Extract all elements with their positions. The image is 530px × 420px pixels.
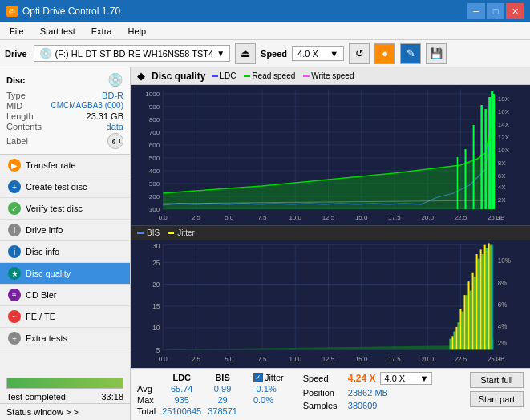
read-dot xyxy=(244,75,250,77)
eject-button[interactable]: ⏏ xyxy=(235,43,256,64)
svg-text:10%: 10% xyxy=(498,256,511,265)
top-chart-svg: 100 200 300 400 500 600 700 800 900 1000… xyxy=(131,85,530,225)
start-part-button[interactable]: Start part xyxy=(470,391,524,407)
app-icon: ◎ xyxy=(6,6,18,17)
titlebar-left: ◎ Opti Drive Control 1.70 xyxy=(6,6,120,17)
samples-val: 380609 xyxy=(348,401,404,410)
write-button[interactable]: ✎ xyxy=(400,43,421,64)
svg-rect-108 xyxy=(461,312,463,350)
svg-text:8X: 8X xyxy=(498,160,506,167)
svg-rect-112 xyxy=(478,259,480,350)
label-icon[interactable]: 🏷 xyxy=(107,133,123,149)
svg-text:0.0: 0.0 xyxy=(159,214,168,221)
status-window-button[interactable]: Status window > > xyxy=(0,403,130,420)
samples-row: Samples 380609 xyxy=(303,401,457,410)
chart-header: ◆ Disc quality LDC Read speed Write spee… xyxy=(131,67,530,85)
svg-text:200: 200 xyxy=(149,193,160,200)
refresh-button[interactable]: ↺ xyxy=(349,43,370,64)
svg-text:700: 700 xyxy=(149,129,160,136)
app-title: Opti Drive Control 1.70 xyxy=(22,6,120,17)
svg-rect-107 xyxy=(457,322,459,349)
sidebar-item-verifytestdisc[interactable]: ✓Verify test disc xyxy=(0,198,130,220)
disc-icon: 💿 xyxy=(107,72,123,87)
disc-length-value: 23.31 GB xyxy=(87,111,123,121)
svg-text:10.0: 10.0 xyxy=(289,355,301,364)
start-full-button[interactable]: Start full xyxy=(470,372,524,388)
maximize-button[interactable]: □ xyxy=(487,3,504,19)
drive-select[interactable]: 💿 (F:) HL-DT-ST BD-RE WH16NS58 TST4 ▼ xyxy=(34,45,231,62)
write-dot xyxy=(303,75,310,77)
sidebar-icon-6: ≡ xyxy=(8,289,21,301)
disc-contents-label: Contents xyxy=(6,122,42,131)
minimize-button[interactable]: ─ xyxy=(467,3,485,19)
total-ldc: 25100645 xyxy=(162,406,208,417)
menu-file[interactable]: File xyxy=(3,25,30,38)
sidebar-item-driveinfo[interactable]: iDrive info xyxy=(0,220,130,241)
sidebar-item-fete[interactable]: ~FE / TE xyxy=(0,306,130,328)
top-chart: 100 200 300 400 500 600 700 800 900 1000… xyxy=(131,85,530,226)
sidebar-icon-0: ▶ xyxy=(8,159,21,172)
sidebar-item-cdbler[interactable]: ≡CD Bler xyxy=(0,285,130,306)
total-bis: 378571 xyxy=(208,406,244,417)
menubar: File Start test Extra Help xyxy=(0,22,530,40)
svg-text:10X: 10X xyxy=(498,147,510,154)
disc-label-label: Label xyxy=(6,136,28,146)
menu-starttest[interactable]: Start test xyxy=(34,25,82,38)
svg-text:22.5: 22.5 xyxy=(455,214,467,221)
svg-text:0.0: 0.0 xyxy=(159,355,168,364)
disc-type-value: BD-R xyxy=(102,91,123,100)
speed-select[interactable]: 4.0 X ▼ xyxy=(292,46,344,61)
save-button[interactable]: 💾 xyxy=(426,43,447,64)
right-panel: ◆ Disc quality LDC Read speed Write spee… xyxy=(131,67,530,420)
sidebar-item-createtestdisc[interactable]: +Create test disc xyxy=(0,176,130,198)
svg-text:100: 100 xyxy=(149,206,160,213)
svg-rect-118 xyxy=(459,309,461,349)
speed-stat-select[interactable]: 4.0 X ▼ xyxy=(380,372,432,385)
sidebar-icon-1: + xyxy=(8,180,21,193)
bottom-chart-svg: 5 10 15 20 25 30 10% 8% 6% 4% 2% 0.0 2.5… xyxy=(131,240,530,368)
svg-text:5.0: 5.0 xyxy=(225,355,233,364)
svg-rect-121 xyxy=(472,273,474,350)
svg-rect-110 xyxy=(470,290,472,349)
jitter-checkbox-container[interactable]: ✓ Jitter xyxy=(253,373,284,382)
max-bis: 29 xyxy=(208,394,244,406)
sidebar-item-discinfo[interactable]: iDisc info xyxy=(0,241,130,263)
speed-row: Speed 4.24 X 4.0 X ▼ xyxy=(303,372,457,385)
position-label: Position xyxy=(303,388,343,398)
svg-rect-113 xyxy=(482,254,484,349)
jitter-checkbox[interactable]: ✓ xyxy=(253,373,263,382)
sidebar-buttons: ▶Transfer rate+Create test disc✓Verify t… xyxy=(0,155,130,376)
speed-stat-val: 4.24 X xyxy=(348,373,376,384)
sidebar-item-extratests[interactable]: +Extra tests xyxy=(0,328,130,349)
sidebar-label-0: Transfer rate xyxy=(26,160,76,170)
sidebar-label-1: Create test disc xyxy=(26,182,87,192)
sidebar-item-transferrate[interactable]: ▶Transfer rate xyxy=(0,155,130,176)
progress-bar-fill xyxy=(7,378,123,388)
svg-rect-117 xyxy=(455,327,457,349)
stats-buttons: Start full Start part xyxy=(470,372,524,407)
svg-text:2.5: 2.5 xyxy=(192,214,201,221)
disc-title: Disc xyxy=(6,75,25,85)
svg-text:4%: 4% xyxy=(498,322,508,331)
menu-extra[interactable]: Extra xyxy=(85,25,119,38)
bis-dot xyxy=(137,232,144,234)
menu-help[interactable]: Help xyxy=(121,25,152,38)
sidebar-icon-3: i xyxy=(8,224,21,236)
svg-text:5.0: 5.0 xyxy=(225,214,234,221)
svg-rect-105 xyxy=(449,339,451,350)
svg-text:20: 20 xyxy=(152,280,160,289)
sidebar-item-discquality[interactable]: ★Disc quality xyxy=(0,263,130,285)
bottom-legend: BIS Jitter xyxy=(131,226,530,240)
sidebar-icon-4: i xyxy=(8,245,21,258)
jitter-label-chart: Jitter xyxy=(177,228,195,237)
close-button[interactable]: ✕ xyxy=(506,3,524,19)
charts-area: 100 200 300 400 500 600 700 800 900 1000… xyxy=(131,85,530,368)
svg-text:6X: 6X xyxy=(498,172,506,180)
svg-rect-119 xyxy=(464,295,466,349)
burn-button[interactable]: ● xyxy=(374,43,395,64)
chart-header-icon: ◆ xyxy=(137,70,145,82)
read-label: Read speed xyxy=(252,71,295,80)
svg-text:2.5: 2.5 xyxy=(192,355,200,364)
svg-text:5: 5 xyxy=(156,345,160,354)
sidebar-label-6: CD Bler xyxy=(26,290,57,300)
